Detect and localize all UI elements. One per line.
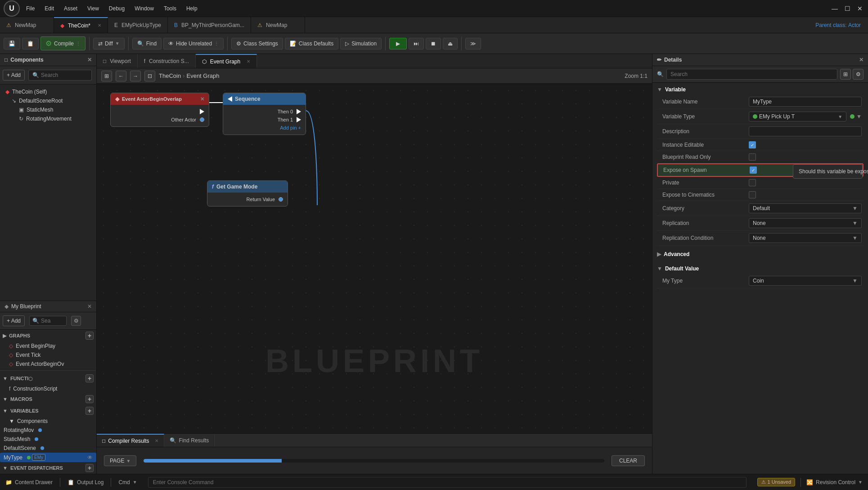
step-button[interactable]: ⏭ [409,38,424,49]
node-get-game-mode[interactable]: f Get Game Mode Return Value [207,180,288,207]
var-staticmesh[interactable]: StaticMesh [0,435,96,444]
comp-defaultsceneroot[interactable]: ↘ DefaultSceneRoot [3,96,94,105]
type-badge[interactable]: EMy Pick Up T ▼ [749,112,846,121]
console-input[interactable] [153,479,742,486]
class-settings-button[interactable]: ⚙ Class Settings [231,38,283,49]
variables-components-group[interactable]: ▼ Components [0,417,96,426]
type-array-toggle[interactable]: ▼ [856,113,862,120]
event-graph-close[interactable]: ✕ [247,59,250,64]
tab-construction[interactable]: f Construction S... [138,54,196,68]
save-button[interactable]: 💾 [4,38,20,49]
tab-bp-mythirdperson[interactable]: B BP_MyThirdPersonGam... [168,17,251,33]
details-settings[interactable]: ⚙ [853,69,864,80]
event-beginplay[interactable]: ◇ Event BeginPlay [0,342,96,351]
compiler-results-close[interactable]: ✕ [155,438,158,443]
menu-help[interactable]: Help [182,4,202,13]
page-button[interactable]: PAGE ▼ [104,455,136,466]
default-value-title[interactable]: ▼ Default Value [657,264,864,274]
back-button[interactable]: ← [116,71,126,81]
revision-control-button[interactable]: 🔀 Revision Control ▼ [806,479,863,486]
play-button[interactable]: ▶ [389,38,407,49]
mybp-search-input[interactable] [41,318,63,324]
menu-window[interactable]: Window [130,4,158,13]
clear-button[interactable]: CLEAR [612,455,645,466]
mybp-search[interactable]: 🔍 [29,316,67,326]
var-mytype[interactable]: MyType EMy 👁 [0,453,96,462]
tab-emypickuptype[interactable]: E EMyPickUpType [108,17,168,33]
find-results-tab[interactable]: 🔍 Find Results [164,434,215,447]
node-event-overlap[interactable]: ◆ Event ActorBeginOverlap ✕ Other Actor [110,93,209,127]
tab-thecoin-close[interactable]: ✕ [98,23,101,28]
output-log-button[interactable]: 📋 Output Log [67,479,103,486]
more-options-button[interactable]: ≫ [465,38,481,49]
macros-section[interactable]: ▼ MACROS + [0,393,96,405]
tab-event-graph[interactable]: ⬡ Event Graph ✕ [196,54,257,68]
my-type-select[interactable]: Coin ▼ [749,276,862,286]
content-drawer-button[interactable]: 📁 Content Drawer [5,479,53,486]
close-button[interactable]: ✕ [855,4,864,13]
menu-tools[interactable]: Tools [159,4,181,13]
dispatchers-add-button[interactable]: + [85,464,94,472]
tab-newmap2[interactable]: ⚠ NewMap [251,17,305,33]
compiler-results-tab[interactable]: □ Compiler Results ✕ [97,434,164,447]
eject-button[interactable]: ⏏ [443,38,458,49]
instance-editable-checkbox[interactable]: ✓ [749,141,756,148]
node-sequence[interactable]: Sequence Then 0 Then 1 Add pin + [223,93,306,135]
diff-button[interactable]: ⇄ Diff ▼ [93,38,125,49]
details-search-input[interactable] [666,69,837,80]
blueprint-button[interactable]: 📋 [22,38,39,49]
variable-section-title[interactable]: ▼ Variable [657,85,864,94]
mybp-add-button[interactable]: + Add [3,315,25,326]
advanced-section-title[interactable]: ▶ Advanced [657,249,864,259]
macros-add-button[interactable]: + [85,395,94,403]
functions-section[interactable]: ▼ FUNCTI◌ + [0,373,96,384]
comp-rotatingmovement[interactable]: ↻ RotatingMovement [3,114,94,123]
event-actorobegino[interactable]: ◇ Event ActorBeginOv [0,360,96,369]
menu-view[interactable]: View [83,4,103,13]
console-input-area[interactable] [148,477,747,488]
mybp-close[interactable]: ✕ [87,303,92,310]
dispatchers-section[interactable]: ▼ EVENT DISPATCHERS + [0,462,96,474]
stop-button[interactable]: ⏹ [426,38,441,49]
menu-file[interactable]: File [22,4,39,13]
compile-button[interactable]: ⚙ Compile ⋮ [40,36,85,50]
comp-thecoin-self[interactable]: ◆ TheCoin (Self) [3,87,94,96]
view-mode-button[interactable]: ⊞ [101,71,112,81]
components-search[interactable]: 🔍 [28,70,92,81]
breadcrumb-event-graph[interactable]: Event Graph [186,72,219,79]
graph-area[interactable]: BLUEPRINT ◆ Event ActorBeginOverlap ✕ Ot… [97,84,652,433]
maximize-button[interactable]: ☐ [843,4,852,13]
private-checkbox[interactable] [749,179,756,186]
replication-condition-select[interactable]: None ▼ [749,233,862,243]
menu-debug[interactable]: Debug [104,4,129,13]
event-close-button[interactable]: ✕ [200,96,204,102]
comp-staticmesh[interactable]: ▣ StaticMesh [3,105,94,114]
variable-name-input[interactable] [749,97,862,107]
functions-add-button[interactable]: + [85,374,94,382]
components-search-input[interactable] [41,72,68,78]
find-button[interactable]: 🔍 Find [132,38,162,49]
var-defaultscene[interactable]: DefaultScene [0,444,96,453]
minimize-button[interactable]: — [830,4,839,13]
compile-dropdown[interactable]: ⋮ [76,41,81,46]
tab-viewport[interactable]: □ Viewport [97,54,138,68]
components-close[interactable]: ✕ [87,57,92,63]
graphs-section[interactable]: ▶ GRAPHS + [0,330,96,342]
pin-add[interactable]: Add pin + [223,124,306,132]
description-input[interactable] [749,126,862,136]
tab-newmap1[interactable]: ⚠ NewMap [0,17,54,33]
diff-dropdown[interactable]: ▼ [115,41,120,46]
components-add-button[interactable]: + Add [3,70,25,81]
graphs-add-button[interactable]: + [85,332,94,340]
home-button[interactable]: ⊡ [144,71,155,81]
simulation-button[interactable]: ▷ Simulation [340,38,382,49]
replication-select[interactable]: None ▼ [749,218,862,228]
tab-thecoin[interactable]: ◆ TheCoin* ✕ [54,17,108,33]
expose-cinematics-checkbox[interactable] [749,191,756,198]
construction-script[interactable]: f ConstructionScript [0,384,96,393]
breadcrumb-thecoin[interactable]: TheCoin [159,72,181,79]
var-rotatingmov[interactable]: RotatingMov [0,426,96,435]
var-mytype-visibility[interactable]: 👁 [87,454,93,461]
event-tick[interactable]: ◇ Event Tick [0,351,96,360]
cmd-button[interactable]: Cmd ▼ [118,479,137,486]
